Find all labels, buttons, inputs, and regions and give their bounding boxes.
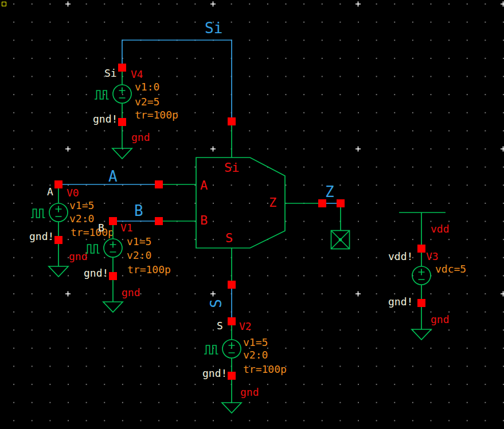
v0-square-wave-icon [31,209,45,218]
pin-square-v4-top[interactable] [118,64,126,72]
pin-square-v0-bottom[interactable] [54,236,62,244]
schematic-editor-canvas[interactable]: Si V4 v1:0 v2=5 tr=100p gnd! gnd A V0 v1… [0,0,504,429]
vsource-v3-symbol[interactable] [399,212,446,340]
pin-square-v0-top[interactable] [54,180,62,188]
pin-square-noconn[interactable] [337,199,345,207]
vsource-v1-symbol[interactable] [85,221,123,312]
v3-gnd-symbol[interactable] [412,329,431,340]
noconn-symbol[interactable] [331,203,350,249]
pin-square-mux-si[interactable] [228,117,236,125]
grid-plus-marker [501,292,504,297]
pin-square-v1-bottom[interactable] [109,272,117,280]
vsource-v0-plus-minus [56,206,62,217]
origin-marker [2,2,6,6]
grid-plus-marker [355,292,361,297]
grid-plus-marker [355,2,361,7]
grid-plus-marker [210,147,216,152]
grid-plus-marker [65,2,71,7]
pin-square-mux-z[interactable] [318,199,326,207]
v0-gnd-symbol[interactable] [49,266,68,277]
schematic-svg-layer [0,0,504,429]
grid-plus-marker [355,147,361,152]
pin-square-mux-a[interactable] [155,180,163,188]
vsource-v0-symbol[interactable] [31,184,68,277]
v4-square-wave-icon [95,90,109,99]
pin-square-mux-b[interactable] [155,217,163,225]
v1-gnd-symbol[interactable] [103,302,123,312]
vsource-v2-plus-minus [229,343,235,353]
v1-square-wave-icon [85,245,100,253]
mux-symbol[interactable] [159,121,322,285]
vsource-v2-symbol[interactable] [204,321,241,413]
pin-square-v4-bottom[interactable] [118,118,126,126]
mux-body[interactable] [196,158,285,248]
pin-square-v3-bottom[interactable] [417,299,425,307]
grid-plus-marker [65,147,71,152]
pin-square-v2-bottom[interactable] [228,372,236,380]
pin-squares [54,64,425,380]
vsource-v4-plus-minus [119,88,126,99]
grid-plus-marker [501,147,504,152]
v4-gnd-symbol[interactable] [112,148,132,159]
wire-net-si[interactable] [122,40,232,121]
pin-square-mux-s[interactable] [228,281,236,289]
vsource-v4-symbol[interactable] [95,68,132,159]
grid-plus-marker [210,2,216,7]
noconn-dot [339,239,342,241]
grid-plus-marker [65,292,71,297]
pin-square-v1-top[interactable] [109,217,117,225]
pin-square-v2-top[interactable] [228,317,236,325]
pin-square-v3-top[interactable] [417,245,425,253]
vsource-v3-plus-minus [419,269,425,280]
grid-plus-marker [501,2,504,7]
vsource-v1-plus-minus [110,242,116,253]
grid-plus-marker [210,292,216,297]
v2-gnd-symbol[interactable] [222,403,241,413]
v2-square-wave-icon [204,345,218,354]
